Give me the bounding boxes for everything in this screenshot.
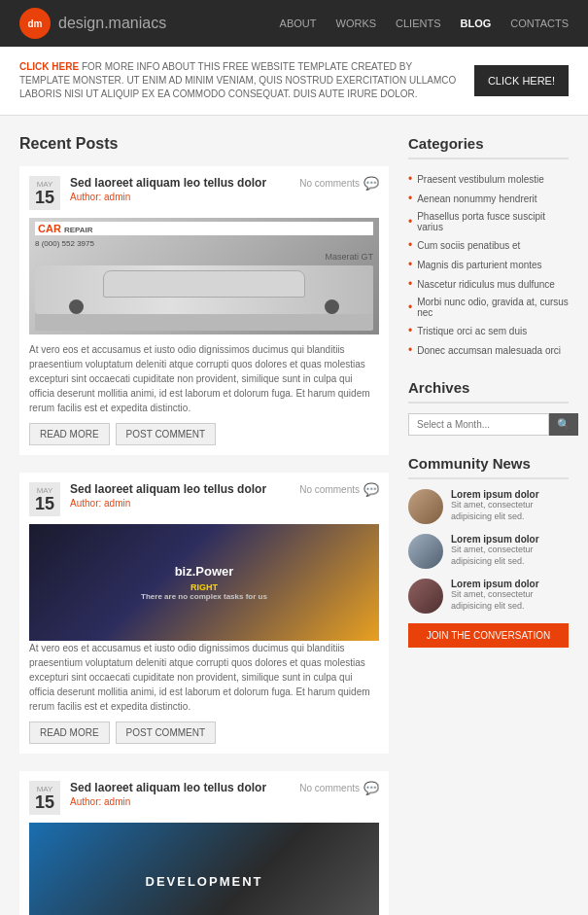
car-model: Maserati GT — [35, 252, 373, 262]
avatar — [408, 534, 443, 569]
nav-clients[interactable]: CLIENTS — [396, 18, 440, 29]
community-text: Sit amet, consectetur adipisicing elit s… — [451, 545, 569, 567]
read-more-button[interactable]: READ MORE — [29, 423, 110, 445]
sidebar: Categories Praesent vestibulum molestie … — [408, 135, 569, 915]
nav-works[interactable]: WORKS — [336, 18, 377, 29]
categories-list: Praesent vestibulum molestie Aenean nonu… — [408, 169, 569, 360]
logo-text: design.maniacs — [58, 15, 166, 32]
archives-search-button[interactable]: 🔍 — [549, 413, 578, 436]
community-item: Lorem ipsum dolor Sit amet, consectetur … — [408, 489, 569, 524]
banner-click-link[interactable]: CLICK HERE — [19, 61, 79, 72]
community-info: Lorem ipsum dolor Sit amet, consectetur … — [451, 579, 569, 614]
post-image-car: CAR REPAIR 8 (000) 552 3975 Maserati GT — [29, 218, 379, 334]
nav-blog[interactable]: BLOG — [461, 18, 492, 29]
avatar — [408, 579, 443, 614]
post-card: may 15 Sed laoreet aliquam leo tellus do… — [19, 166, 389, 455]
post-day: 15 — [35, 494, 54, 513]
post-card: may 15 Sed laoreet aliquam leo tellus do… — [19, 771, 389, 915]
biz-subtitle: RIGHT — [141, 582, 267, 592]
main-content: Recent Posts may 15 Sed laoreet aliquam … — [0, 116, 588, 915]
post-title: Sed laoreet aliquam leo tellus dolor — [70, 176, 290, 190]
header: dm design.maniacs ABOUT WORKS CLIENTS BL… — [0, 0, 588, 47]
post-date: may 15 — [29, 781, 60, 815]
comment-icon: 💬 — [363, 781, 379, 795]
post-author: Author: admin — [70, 498, 290, 509]
community-name: Lorem ipsum dolor — [451, 489, 569, 500]
archives-section: Archives 🔍 — [408, 379, 569, 436]
post-meta: may 15 Sed laoreet aliquam leo tellus do… — [29, 482, 379, 516]
post-comment-button[interactable]: POST COMMENT — [116, 423, 216, 445]
post-info: Sed laoreet aliquam leo tellus dolor Aut… — [70, 781, 290, 807]
promo-banner: CLICK HERE FOR MORE INFO ABOUT THIS FREE… — [0, 47, 588, 116]
categories-title: Categories — [408, 135, 569, 159]
community-name: Lorem ipsum dolor — [451, 579, 569, 589]
archives-title: Archives — [408, 379, 569, 404]
comment-icon: 💬 — [363, 176, 379, 191]
post-comments: No comments 💬 — [299, 482, 379, 497]
archives-input[interactable] — [408, 413, 549, 436]
logo-icon: dm — [19, 8, 51, 39]
biz-tagline: There are no complex tasks for us — [141, 592, 267, 601]
post-meta: may 15 Sed laoreet aliquam leo tellus do… — [29, 176, 379, 210]
post-body: At vero eos et accusamus et iusto odio d… — [29, 641, 379, 714]
post-day: 15 — [35, 792, 54, 812]
posts-column: Recent Posts may 15 Sed laoreet aliquam … — [19, 135, 389, 915]
community-name: Lorem ipsum dolor — [451, 534, 569, 545]
main-nav: ABOUT WORKS CLIENTS BLOG CONTACTS — [280, 18, 569, 29]
post-author: Author: admin — [70, 192, 290, 202]
post-date: may 15 — [29, 482, 60, 516]
categories-section: Categories Praesent vestibulum molestie … — [408, 135, 569, 360]
community-section: Community News Lorem ipsum dolor Sit ame… — [408, 455, 569, 648]
logo-area: dm design.maniacs — [19, 8, 280, 39]
list-item[interactable]: Cum sociis penatibus et — [408, 235, 569, 255]
nav-about[interactable]: ABOUT — [280, 18, 317, 29]
community-title: Community News — [408, 455, 569, 479]
car-phone: 8 (000) 552 3975 — [35, 239, 373, 248]
list-item[interactable]: Donec accumsan malesuada orci — [408, 340, 569, 360]
post-date: may 15 — [29, 176, 60, 210]
join-conversation-button[interactable]: JOIN THE CONVERSATION — [408, 623, 569, 648]
dev-title: DEVELOPMENT — [146, 874, 263, 889]
post-comment-button[interactable]: POST COMMENT — [116, 721, 216, 744]
nav-contacts[interactable]: CONTACTS — [510, 18, 569, 29]
avatar — [408, 489, 443, 524]
list-item[interactable]: Tristique orci ac sem duis — [408, 321, 569, 340]
list-item[interactable]: Aenean nonummy hendrerit — [408, 189, 569, 208]
car-visual — [35, 265, 373, 331]
list-item[interactable]: Magnis dis parturient montes — [408, 255, 569, 274]
read-more-button[interactable]: READ MORE — [29, 721, 110, 744]
biz-title: biz.Power — [141, 564, 267, 579]
list-item[interactable]: Praesent vestibulum molestie — [408, 169, 569, 189]
list-item[interactable]: Morbi nunc odio, gravida at, cursus nec — [408, 294, 569, 321]
banner-cta-button[interactable]: CLICK HERE! — [474, 65, 569, 96]
post-image-dev: DEVELOPMENT — [29, 823, 379, 915]
post-day: 15 — [35, 188, 54, 207]
recent-posts-title: Recent Posts — [19, 135, 389, 153]
post-author: Author: admin — [70, 796, 290, 807]
community-item: Lorem ipsum dolor Sit amet, consectetur … — [408, 534, 569, 569]
post-body: At vero eos et accusamus et iusto odio d… — [29, 342, 379, 415]
post-meta: may 15 Sed laoreet aliquam leo tellus do… — [29, 781, 379, 815]
post-comments: No comments 💬 — [299, 176, 379, 191]
post-comments: No comments 💬 — [299, 781, 379, 795]
post-actions: READ MORE POST COMMENT — [29, 721, 379, 744]
post-card: may 15 Sed laoreet aliquam leo tellus do… — [19, 473, 389, 754]
comment-icon: 💬 — [363, 482, 379, 497]
post-title: Sed laoreet aliquam leo tellus dolor — [70, 482, 290, 496]
community-text: Sit amet, consectetur adipisicing elit s… — [451, 500, 569, 522]
banner-text: CLICK HERE FOR MORE INFO ABOUT THIS FREE… — [19, 60, 465, 101]
car-brand-label: CAR REPAIR — [35, 222, 373, 235]
community-info: Lorem ipsum dolor Sit amet, consectetur … — [451, 489, 569, 524]
post-actions: READ MORE POST COMMENT — [29, 423, 379, 445]
community-text: Sit amet, consectetur adipisicing elit s… — [451, 589, 569, 612]
list-item[interactable]: Nascetur ridiculus mus dulfunce — [408, 274, 569, 294]
post-info: Sed laoreet aliquam leo tellus dolor Aut… — [70, 176, 290, 202]
list-item[interactable]: Phasellus porta fusce suscipit varius — [408, 208, 569, 235]
community-item: Lorem ipsum dolor Sit amet, consectetur … — [408, 579, 569, 614]
community-info: Lorem ipsum dolor Sit amet, consectetur … — [451, 534, 569, 569]
post-info: Sed laoreet aliquam leo tellus dolor Aut… — [70, 482, 290, 509]
post-title: Sed laoreet aliquam leo tellus dolor — [70, 781, 290, 794]
archives-search: 🔍 — [408, 413, 569, 436]
post-image-biz: biz.Power RIGHT There are no complex tas… — [29, 524, 379, 641]
